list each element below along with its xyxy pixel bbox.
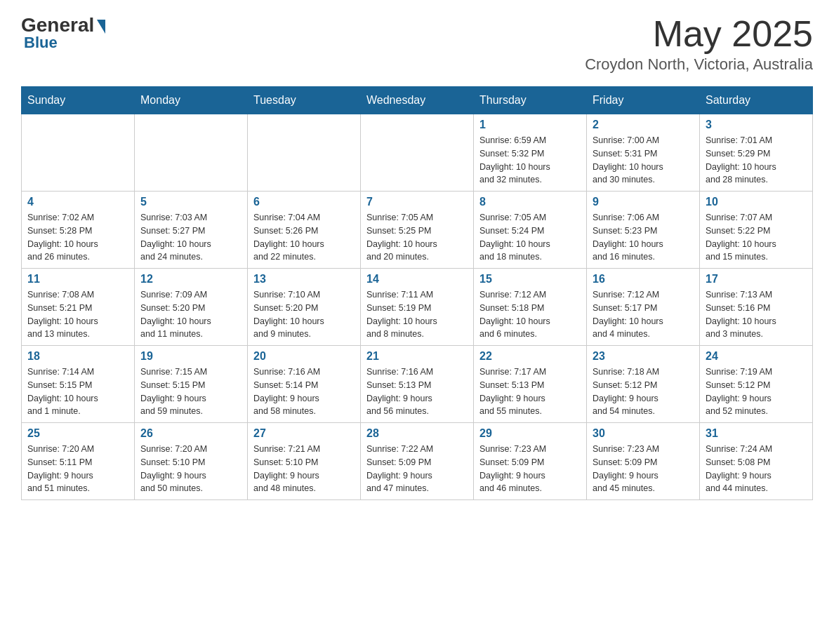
- calendar-cell: 19Sunrise: 7:15 AM Sunset: 5:15 PM Dayli…: [135, 346, 248, 423]
- day-info: Sunrise: 7:21 AM Sunset: 5:10 PM Dayligh…: [253, 443, 355, 495]
- day-number: 29: [479, 427, 581, 440]
- day-info: Sunrise: 7:14 AM Sunset: 5:15 PM Dayligh…: [27, 365, 128, 418]
- calendar-cell: 28Sunrise: 7:22 AM Sunset: 5:09 PM Dayli…: [361, 423, 474, 500]
- calendar-cell: 30Sunrise: 7:23 AM Sunset: 5:09 PM Dayli…: [587, 423, 700, 500]
- column-header-saturday: Saturday: [700, 87, 813, 114]
- day-number: 15: [479, 273, 581, 286]
- day-number: 4: [27, 196, 128, 208]
- day-info: Sunrise: 7:12 AM Sunset: 5:17 PM Dayligh…: [593, 288, 694, 341]
- calendar-week-row: 11Sunrise: 7:08 AM Sunset: 5:21 PM Dayli…: [22, 269, 813, 346]
- day-number: 20: [253, 350, 355, 363]
- day-number: 2: [593, 119, 694, 131]
- calendar-cell: 13Sunrise: 7:10 AM Sunset: 5:20 PM Dayli…: [248, 269, 361, 346]
- day-number: 14: [366, 273, 468, 286]
- calendar-cell: 5Sunrise: 7:03 AM Sunset: 5:27 PM Daylig…: [135, 192, 248, 269]
- day-number: 18: [27, 350, 128, 363]
- calendar-week-row: 25Sunrise: 7:20 AM Sunset: 5:11 PM Dayli…: [22, 423, 813, 500]
- day-info: Sunrise: 7:13 AM Sunset: 5:16 PM Dayligh…: [706, 288, 807, 341]
- day-number: 8: [479, 196, 581, 208]
- day-info: Sunrise: 7:01 AM Sunset: 5:29 PM Dayligh…: [706, 134, 807, 187]
- day-info: Sunrise: 7:07 AM Sunset: 5:22 PM Dayligh…: [706, 211, 807, 264]
- day-number: 25: [27, 427, 128, 440]
- day-info: Sunrise: 7:11 AM Sunset: 5:19 PM Dayligh…: [366, 288, 468, 341]
- day-number: 26: [140, 427, 241, 440]
- day-number: 24: [706, 350, 807, 363]
- day-info: Sunrise: 7:04 AM Sunset: 5:26 PM Dayligh…: [253, 211, 355, 264]
- day-info: Sunrise: 7:16 AM Sunset: 5:14 PM Dayligh…: [253, 365, 355, 418]
- day-number: 3: [706, 119, 807, 131]
- day-number: 16: [593, 273, 694, 286]
- calendar-cell: 16Sunrise: 7:12 AM Sunset: 5:17 PM Dayli…: [587, 269, 700, 346]
- calendar-cell: 2Sunrise: 7:00 AM Sunset: 5:31 PM Daylig…: [587, 114, 700, 192]
- column-header-tuesday: Tuesday: [248, 87, 361, 114]
- column-header-monday: Monday: [135, 87, 248, 114]
- location-title: Croydon North, Victoria, Australia: [585, 55, 813, 74]
- day-info: Sunrise: 7:18 AM Sunset: 5:12 PM Dayligh…: [593, 365, 694, 418]
- day-number: 30: [593, 427, 694, 440]
- day-info: Sunrise: 7:06 AM Sunset: 5:23 PM Dayligh…: [593, 211, 694, 264]
- column-header-wednesday: Wednesday: [361, 87, 474, 114]
- day-number: 1: [479, 119, 581, 131]
- day-info: Sunrise: 7:02 AM Sunset: 5:28 PM Dayligh…: [27, 211, 128, 264]
- day-info: Sunrise: 7:09 AM Sunset: 5:20 PM Dayligh…: [140, 288, 241, 341]
- day-info: Sunrise: 7:19 AM Sunset: 5:12 PM Dayligh…: [706, 365, 807, 418]
- column-header-friday: Friday: [587, 87, 700, 114]
- day-info: Sunrise: 7:05 AM Sunset: 5:24 PM Dayligh…: [479, 211, 581, 264]
- calendar-cell: 11Sunrise: 7:08 AM Sunset: 5:21 PM Dayli…: [22, 269, 135, 346]
- calendar-cell: [22, 114, 135, 192]
- calendar-cell: 24Sunrise: 7:19 AM Sunset: 5:12 PM Dayli…: [700, 346, 813, 423]
- day-info: Sunrise: 7:22 AM Sunset: 5:09 PM Dayligh…: [366, 443, 468, 495]
- calendar-week-row: 1Sunrise: 6:59 AM Sunset: 5:32 PM Daylig…: [22, 114, 813, 192]
- calendar-cell: 1Sunrise: 6:59 AM Sunset: 5:32 PM Daylig…: [474, 114, 587, 192]
- calendar-cell: 6Sunrise: 7:04 AM Sunset: 5:26 PM Daylig…: [248, 192, 361, 269]
- calendar-cell: 4Sunrise: 7:02 AM Sunset: 5:28 PM Daylig…: [22, 192, 135, 269]
- day-number: 28: [366, 427, 468, 440]
- logo-blue-text: Blue: [21, 34, 58, 52]
- day-number: 13: [253, 273, 355, 286]
- day-info: Sunrise: 7:12 AM Sunset: 5:18 PM Dayligh…: [479, 288, 581, 341]
- calendar-table: SundayMondayTuesdayWednesdayThursdayFrid…: [21, 86, 813, 500]
- day-number: 31: [706, 427, 807, 440]
- day-number: 12: [140, 273, 241, 286]
- calendar-cell: 20Sunrise: 7:16 AM Sunset: 5:14 PM Dayli…: [248, 346, 361, 423]
- title-section: May 2025 Croydon North, Victoria, Austra…: [585, 14, 813, 74]
- day-info: Sunrise: 7:00 AM Sunset: 5:31 PM Dayligh…: [593, 134, 694, 187]
- calendar-cell: 9Sunrise: 7:06 AM Sunset: 5:23 PM Daylig…: [587, 192, 700, 269]
- day-info: Sunrise: 7:17 AM Sunset: 5:13 PM Dayligh…: [479, 365, 581, 418]
- day-info: Sunrise: 7:23 AM Sunset: 5:09 PM Dayligh…: [479, 443, 581, 495]
- calendar-cell: 18Sunrise: 7:14 AM Sunset: 5:15 PM Dayli…: [22, 346, 135, 423]
- calendar-cell: 3Sunrise: 7:01 AM Sunset: 5:29 PM Daylig…: [700, 114, 813, 192]
- day-info: Sunrise: 7:08 AM Sunset: 5:21 PM Dayligh…: [27, 288, 128, 341]
- day-number: 5: [140, 196, 241, 208]
- calendar-cell: 7Sunrise: 7:05 AM Sunset: 5:25 PM Daylig…: [361, 192, 474, 269]
- day-info: Sunrise: 7:10 AM Sunset: 5:20 PM Dayligh…: [253, 288, 355, 341]
- calendar-cell: 8Sunrise: 7:05 AM Sunset: 5:24 PM Daylig…: [474, 192, 587, 269]
- calendar-cell: 25Sunrise: 7:20 AM Sunset: 5:11 PM Dayli…: [22, 423, 135, 500]
- day-number: 6: [253, 196, 355, 208]
- column-header-sunday: Sunday: [22, 87, 135, 114]
- day-info: Sunrise: 7:03 AM Sunset: 5:27 PM Dayligh…: [140, 211, 241, 264]
- day-number: 27: [253, 427, 355, 440]
- calendar-cell: 27Sunrise: 7:21 AM Sunset: 5:10 PM Dayli…: [248, 423, 361, 500]
- calendar-header-row: SundayMondayTuesdayWednesdayThursdayFrid…: [22, 87, 813, 114]
- calendar-cell: [135, 114, 248, 192]
- calendar-cell: 29Sunrise: 7:23 AM Sunset: 5:09 PM Dayli…: [474, 423, 587, 500]
- day-info: Sunrise: 7:24 AM Sunset: 5:08 PM Dayligh…: [706, 443, 807, 495]
- day-info: Sunrise: 7:20 AM Sunset: 5:10 PM Dayligh…: [140, 443, 241, 495]
- calendar-cell: 21Sunrise: 7:16 AM Sunset: 5:13 PM Dayli…: [361, 346, 474, 423]
- day-info: Sunrise: 7:20 AM Sunset: 5:11 PM Dayligh…: [27, 443, 128, 495]
- day-number: 17: [706, 273, 807, 286]
- calendar-cell: 31Sunrise: 7:24 AM Sunset: 5:08 PM Dayli…: [700, 423, 813, 500]
- calendar-cell: 10Sunrise: 7:07 AM Sunset: 5:22 PM Dayli…: [700, 192, 813, 269]
- day-number: 7: [366, 196, 468, 208]
- page-header: General Blue May 2025 Croydon North, Vic…: [21, 14, 813, 74]
- day-number: 19: [140, 350, 241, 363]
- day-info: Sunrise: 6:59 AM Sunset: 5:32 PM Dayligh…: [479, 134, 581, 187]
- day-info: Sunrise: 7:23 AM Sunset: 5:09 PM Dayligh…: [593, 443, 694, 495]
- calendar-cell: 14Sunrise: 7:11 AM Sunset: 5:19 PM Dayli…: [361, 269, 474, 346]
- calendar-cell: 12Sunrise: 7:09 AM Sunset: 5:20 PM Dayli…: [135, 269, 248, 346]
- day-number: 9: [593, 196, 694, 208]
- calendar-cell: 17Sunrise: 7:13 AM Sunset: 5:16 PM Dayli…: [700, 269, 813, 346]
- month-title: May 2025: [585, 14, 813, 54]
- day-info: Sunrise: 7:05 AM Sunset: 5:25 PM Dayligh…: [366, 211, 468, 264]
